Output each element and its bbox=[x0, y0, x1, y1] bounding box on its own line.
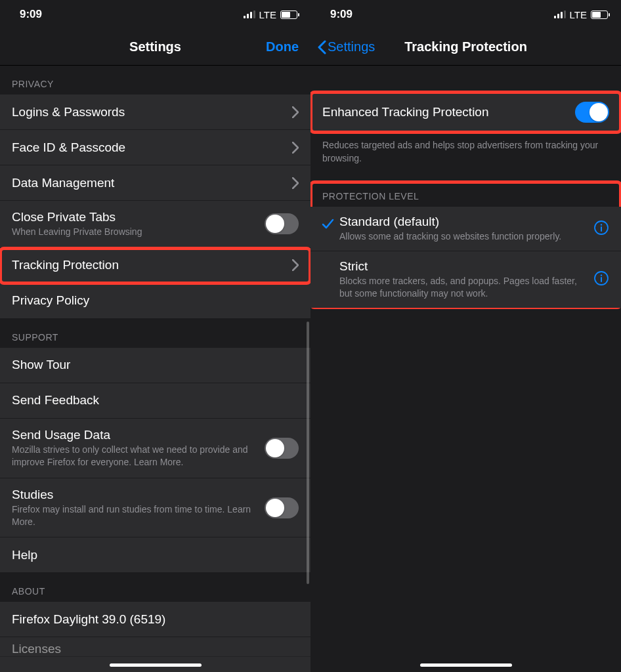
row-label: Data Management bbox=[12, 176, 286, 190]
row-logins-passwords[interactable]: Logins & Passwords bbox=[0, 94, 310, 130]
status-bar: 9:09 LTE bbox=[0, 0, 310, 29]
row-label: Firefox Daylight 39.0 (6519) bbox=[12, 612, 292, 627]
row-label: Send Feedback bbox=[12, 393, 292, 408]
row-help[interactable]: Help bbox=[0, 537, 310, 573]
chevron-right-icon bbox=[292, 142, 299, 154]
done-button[interactable]: Done bbox=[266, 39, 299, 54]
close-tabs-toggle[interactable] bbox=[265, 213, 299, 234]
option-strict[interactable]: Strict Blocks more trackers, ads, and po… bbox=[310, 251, 621, 308]
row-label: Privacy Policy bbox=[12, 293, 292, 308]
row-studies[interactable]: Studies Firefox may install and run stud… bbox=[0, 478, 310, 538]
status-time: 9:09 bbox=[330, 8, 353, 21]
status-right: LTE bbox=[554, 9, 608, 20]
chevron-right-icon bbox=[292, 259, 299, 271]
row-sublabel: Firefox may install and run studies from… bbox=[12, 503, 258, 528]
row-label: Tracking Protection bbox=[12, 258, 286, 272]
svg-point-1 bbox=[601, 224, 602, 225]
chevron-right-icon bbox=[292, 177, 299, 189]
row-enhanced-tracking-protection[interactable]: Enhanced Tracking Protection bbox=[310, 92, 621, 133]
status-time: 9:09 bbox=[20, 8, 42, 21]
row-label: Show Tour bbox=[12, 358, 292, 372]
send-usage-toggle[interactable] bbox=[265, 438, 299, 459]
signal-icon bbox=[554, 10, 566, 18]
svg-rect-2 bbox=[601, 226, 602, 232]
tracking-protection-screen: 9:09 LTE Settings Tracking Protection En… bbox=[310, 0, 621, 672]
checkmark-icon bbox=[321, 217, 334, 233]
option-sublabel: Allows some ad tracking so websites func… bbox=[339, 230, 609, 243]
row-show-tour[interactable]: Show Tour bbox=[0, 348, 310, 383]
row-label: Send Usage Data bbox=[12, 428, 258, 442]
row-send-feedback[interactable]: Send Feedback bbox=[0, 383, 310, 419]
chevron-left-icon bbox=[317, 40, 326, 54]
protection-level-highlight: PROTECTION LEVEL Standard (default) Allo… bbox=[310, 182, 621, 308]
nav-bar: Settings Tracking Protection bbox=[310, 29, 621, 66]
back-label: Settings bbox=[328, 39, 375, 54]
row-data-management[interactable]: Data Management bbox=[0, 165, 310, 201]
row-label: Face ID & Passcode bbox=[12, 140, 286, 155]
svg-point-4 bbox=[601, 274, 602, 276]
row-licenses[interactable]: Licenses bbox=[0, 637, 310, 657]
row-sublabel: When Leaving Private Browsing bbox=[12, 226, 258, 238]
nav-title: Settings bbox=[129, 39, 181, 54]
etp-description: Reduces targeted ads and helps stop adve… bbox=[310, 133, 621, 174]
row-label: Logins & Passwords bbox=[12, 105, 286, 119]
row-label: Studies bbox=[12, 488, 258, 502]
section-header-about: ABOUT bbox=[0, 573, 310, 602]
etp-toggle[interactable] bbox=[575, 102, 609, 123]
row-label: Licenses bbox=[12, 642, 292, 656]
back-button[interactable]: Settings bbox=[317, 39, 375, 54]
info-icon[interactable] bbox=[593, 220, 609, 238]
option-title: Standard (default) bbox=[339, 215, 609, 229]
carrier-label: LTE bbox=[259, 9, 276, 20]
row-label: Close Private Tabs bbox=[12, 210, 258, 224]
option-sublabel: Blocks more trackers, ads, and popups. P… bbox=[339, 275, 609, 300]
option-standard[interactable]: Standard (default) Allows some ad tracki… bbox=[310, 207, 621, 251]
chevron-right-icon bbox=[292, 106, 299, 118]
home-indicator[interactable] bbox=[420, 663, 512, 667]
settings-screen: 9:09 LTE Settings Done PRIVACY Logins & … bbox=[0, 0, 310, 672]
row-label: Help bbox=[12, 548, 292, 562]
nav-bar: Settings Done bbox=[0, 29, 310, 66]
home-indicator[interactable] bbox=[110, 663, 202, 667]
svg-rect-5 bbox=[601, 277, 602, 282]
etp-highlight: Enhanced Tracking Protection bbox=[310, 92, 621, 133]
row-send-usage-data[interactable]: Send Usage Data Mozilla strives to only … bbox=[0, 419, 310, 478]
row-version[interactable]: Firefox Daylight 39.0 (6519) bbox=[0, 602, 310, 637]
row-faceid-passcode[interactable]: Face ID & Passcode bbox=[0, 130, 310, 165]
section-header-support: SUPPORT bbox=[0, 319, 310, 348]
section-header-privacy: PRIVACY bbox=[0, 66, 310, 94]
status-bar: 9:09 LTE bbox=[310, 0, 621, 29]
row-close-private-tabs[interactable]: Close Private Tabs When Leaving Private … bbox=[0, 201, 310, 248]
carrier-label: LTE bbox=[570, 9, 587, 20]
row-label: Enhanced Tracking Protection bbox=[322, 105, 568, 119]
section-header-protection-level: PROTECTION LEVEL bbox=[310, 182, 621, 207]
signal-icon bbox=[244, 10, 255, 18]
row-tracking-protection[interactable]: Tracking Protection bbox=[0, 248, 310, 284]
nav-title: Tracking Protection bbox=[404, 39, 527, 54]
row-privacy-policy[interactable]: Privacy Policy bbox=[0, 284, 310, 319]
scrollbar[interactable] bbox=[307, 322, 309, 584]
battery-icon bbox=[280, 10, 297, 19]
battery-icon bbox=[591, 10, 608, 19]
info-icon[interactable] bbox=[593, 270, 609, 289]
row-sublabel: Mozilla strives to only collect what we … bbox=[12, 444, 258, 469]
option-title: Strict bbox=[339, 259, 609, 274]
status-right: LTE bbox=[244, 9, 297, 20]
studies-toggle[interactable] bbox=[265, 497, 299, 518]
